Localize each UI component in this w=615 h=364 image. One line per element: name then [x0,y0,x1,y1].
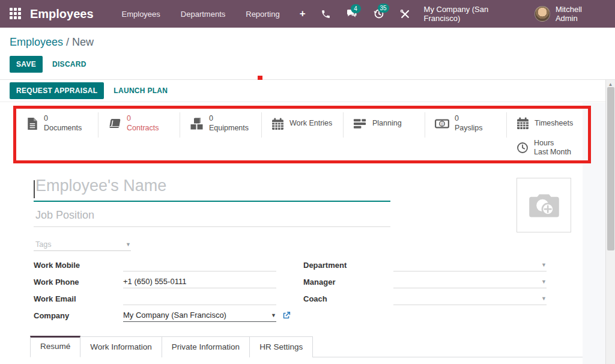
stat-button-equipments[interactable]: 0 Equipments [180,111,262,137]
messages-badge: 4 [351,4,361,13]
app-title: Employees [30,7,94,21]
employees-new-form-page: Employees Employees Departments Reportin… [0,0,615,364]
camera-plus-icon [527,192,562,219]
documents-label: Documents [44,124,82,133]
manager-row: Manager ▼ [303,275,547,288]
department-label: Department [303,261,393,270]
work-email-input[interactable] [123,293,276,305]
tab-resume[interactable]: Resumé [30,336,80,357]
stat-button-hours-last-month[interactable]: Hours Last Month [507,136,589,160]
form-sheet: 0 Documents 0 Contracts [0,102,615,364]
planning-label: Planning [372,119,402,129]
control-panel-buttons: SAVE DISCARD [10,56,605,73]
tab-hr-settings[interactable]: HR Settings [250,336,313,357]
nav-menu: Employees Departments Reporting + [114,4,313,23]
nav-item-departments[interactable]: Departments [173,5,233,23]
employee-name-input[interactable]: Employee's Name [34,177,390,202]
department-dropdown-caret-icon[interactable]: ▼ [541,262,547,268]
company-value: My Company (San Francisco) [123,311,226,320]
equipments-count: 0 [209,114,249,124]
documents-count: 0 [44,114,82,124]
work-entries-label: Work Entries [289,119,332,129]
phone-icon[interactable] [313,5,339,23]
work-phone-input[interactable]: +1 (650) 555-0111 [123,276,276,288]
employee-photo-upload[interactable] [517,178,571,232]
stat-button-planning[interactable]: Planning [344,111,425,137]
breadcrumb: Employees / New [10,36,605,49]
breadcrumb-employees-link[interactable]: Employees [10,36,63,48]
activities-badge: 35 [378,4,389,13]
coach-row: Coach ▼ [303,292,547,305]
manager-label: Manager [303,278,393,287]
work-phone-label: Work Phone [34,278,123,287]
company-external-link-icon[interactable] [282,311,291,320]
activities-clock-icon[interactable]: 35 [366,5,392,23]
timesheets-label: Timesheets [535,119,573,129]
tab-work-information[interactable]: Work Information [80,336,162,357]
nav-right-group: 4 35 My Company (San Francisco) Mitchell… [313,5,615,23]
work-email-label: Work Email [34,294,123,303]
nav-item-reporting[interactable]: Reporting [238,5,287,23]
work-mobile-label: Work Mobile [34,261,123,270]
stat-button-box: 0 Documents 0 Contracts [17,111,589,160]
company-label: Company [34,311,123,320]
department-row: Department ▼ [303,258,547,271]
user-avatar[interactable] [535,6,550,22]
breadcrumb-current: New [72,36,94,48]
apps-grid-icon[interactable] [10,8,22,20]
hours-label-line2: Last Month [534,148,571,157]
stat-button-payslips[interactable]: 0 0 Payslips [425,111,507,137]
scrollbar-thumb[interactable] [607,87,614,250]
employee-name-placeholder: Employee's Name [35,177,166,195]
statusbar: REQUEST APPRAISAL LAUNCH PLAN [0,80,615,102]
tags-input[interactable]: Tags ▼ [34,238,131,251]
stat-button-contracts[interactable]: 0 Contracts [98,111,180,137]
equipments-label: Equipments [209,124,249,133]
company-dropdown-caret-icon[interactable]: ▼ [271,312,276,318]
company-row: Company My Company (San Francisco) ▼ [34,309,291,322]
coach-input[interactable]: ▼ [393,293,547,305]
nav-item-employees[interactable]: Employees [114,5,168,23]
svg-text:0: 0 [441,121,443,127]
text-cursor [34,180,35,198]
hours-label-line1: Hours [534,139,571,148]
launch-plan-button[interactable]: LAUNCH PLAN [114,86,168,95]
job-position-input[interactable]: Job Position [34,209,390,227]
job-position-placeholder: Job Position [35,209,94,221]
tab-private-information[interactable]: Private Information [162,336,250,357]
tools-icon[interactable] [392,5,418,23]
contracts-count: 0 [127,114,159,124]
discard-button[interactable]: DISCARD [52,60,86,68]
manager-dropdown-caret-icon[interactable]: ▼ [541,279,547,285]
work-email-row: Work Email [34,292,276,305]
scrollbar-up-arrow-icon[interactable]: ▲ [606,80,615,87]
messages-icon[interactable]: 4 [339,5,366,23]
notebook-tabs: Resumé Work Information Private Informat… [30,335,583,357]
work-mobile-row: Work Mobile [34,258,276,271]
payslips-count: 0 [455,114,483,124]
user-name[interactable]: Mitchell Admin [556,5,605,23]
manager-input[interactable]: ▼ [393,276,547,288]
coach-label: Coach [303,294,393,303]
nav-plus-button[interactable]: + [292,4,313,23]
breadcrumb-separator: / [63,36,72,48]
top-navbar: Employees Employees Departments Reportin… [0,0,615,28]
work-phone-value: +1 (650) 555-0111 [123,277,186,286]
payslips-label: Payslips [455,124,483,133]
company-input[interactable]: My Company (San Francisco) ▼ [123,309,276,322]
work-mobile-input[interactable] [123,259,276,271]
tags-dropdown-caret-icon[interactable]: ▼ [126,241,131,247]
coach-dropdown-caret-icon[interactable]: ▼ [541,296,547,302]
red-annotation-dot [258,76,262,80]
stat-button-work-entries[interactable]: Work Entries [262,111,344,137]
stat-button-timesheets[interactable]: Timesheets [507,111,589,136]
vertical-scrollbar[interactable]: ▲ [605,80,615,364]
save-button[interactable]: SAVE [10,56,43,73]
request-appraisal-button[interactable]: REQUEST APPRAISAL [10,82,104,99]
department-input[interactable]: ▼ [393,259,547,271]
company-switcher[interactable]: My Company (San Francisco) [424,5,527,23]
contracts-label: Contracts [127,124,159,133]
tags-placeholder: Tags [35,240,51,249]
stat-button-documents[interactable]: 0 Documents [17,111,98,137]
work-phone-row: Work Phone +1 (650) 555-0111 [34,275,276,288]
